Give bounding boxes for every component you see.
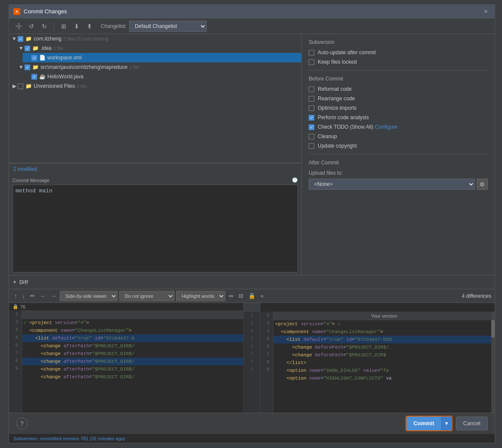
tree-label-unversioned: Unversioned Files [34,83,75,89]
tree-checkbox-src[interactable]: ✓ [25,65,30,70]
option-rearrange[interactable]: Rearrange code [309,96,488,102]
upload-settings-button[interactable]: ⚙ [477,179,488,190]
changelist-select[interactable]: Default Changelist [129,21,207,32]
diff-collapse-button[interactable]: ⊟ [237,292,245,300]
checkbox-rearrange[interactable] [309,96,314,102]
left-num-5: 5 [9,334,22,341]
highlight-select[interactable]: Highlight words Highlight lines [176,291,225,301]
checkbox-code-analysis[interactable]: ✓ [309,115,314,120]
toolbar: ➕ ↺ ↻ ⊞ ⬇ ⬆ Changelist: Default Changeli… [9,19,495,34]
diff-split-button[interactable]: ⇔ [227,292,235,300]
option-update-copyright[interactable]: Update copyright [309,143,488,149]
commit-dropdown-button[interactable]: ▾ [441,417,452,430]
diff-right-pane[interactable]: 2 3 4 5 6 7 8 9 Your version [260,303,495,413]
checkbox-keep-locked[interactable] [309,59,314,65]
refresh-button[interactable]: ↺ [26,21,37,31]
diff-up-button[interactable]: ↑ [12,292,19,300]
checkbox-optimize[interactable] [309,105,314,111]
option-check-todo[interactable]: ✓ Check TODO (Show All) Configure [309,124,488,130]
option-auto-update[interactable]: Auto-update after commit [309,49,488,56]
option-code-analysis[interactable]: ✓ Perform code analysis [309,114,488,120]
footer: ? Commit ▾ Cancel [9,413,495,433]
left-line-2: ✓ <project version="4"> [22,319,243,327]
sync-button[interactable]: ↻ [39,21,50,31]
diff-left-pane[interactable]: 🔒 76 2 3 4 5 6 7 8 9 [9,303,243,413]
checkbox-reformat[interactable] [309,87,314,92]
right-num-7: 7 [260,350,273,358]
left-line-7: <change afterPath="$PROJECT_DIR$/ [22,358,243,365]
changelist-label: Changelist: [101,23,127,29]
tree-toggle-unversioned[interactable]: ▶ [11,83,18,89]
group-button[interactable]: ⊞ [59,21,69,31]
status-bar: Subversion: committed revision 781 (32 m… [9,433,495,443]
tree-meta-idea: 1 file [53,46,63,51]
tree-checkbox-unversioned[interactable] [18,83,23,89]
viewer-select[interactable]: Side-by-side viewer Unified viewer [60,291,118,301]
file-tree: ▼ ✓ 📁 com.itzheng 2 files D:\com.itzheng… [9,34,301,163]
diff-more-button[interactable]: » [259,292,265,300]
expand-button[interactable]: ⬇ [71,21,82,31]
close-button[interactable]: × [481,7,490,16]
left-num-2: 2 [9,310,22,318]
tree-item-idea[interactable]: ▼ ✓ 📁 .idea 1 file [16,43,301,53]
diff-right-button[interactable]: → [49,292,58,300]
tree-meta-src: 1 file [129,65,139,70]
diff-edit-button[interactable]: ✏ [28,292,37,300]
configure-link[interactable]: Configure [375,124,397,130]
label-reformat: Reformat code [318,86,352,92]
tree-item-unversioned[interactable]: ▶ 📁 Unversioned Files 1 file [9,81,301,91]
tree-item-src[interactable]: ▼ ✓ 📁 src\main\java\com\itzheng\mapreduc… [16,62,301,72]
diff-lock-button[interactable]: 🔒 [247,292,257,300]
label-update-copyright: Update copyright [318,143,357,149]
upload-select[interactable]: <None> [309,179,475,190]
lock-line-row: 🔒 76 [9,303,243,310]
tree-toggle-root[interactable]: ▼ [11,36,18,42]
tree-checkbox-root[interactable]: ✓ [18,36,23,42]
left-line-8: <change afterPath="$PROJECT_DIR$/ [22,365,243,373]
option-keep-locked[interactable]: Keep files locked [309,59,488,65]
folder-icon-src: 📁 [32,64,39,71]
divider-2 [309,154,488,154]
diff-down-button[interactable]: ↓ [21,292,27,300]
commit-message-label: Commit Message 🕐 [12,177,298,183]
checkbox-cleanup[interactable] [309,134,314,139]
right-line-3: <component name="ChangeListManager"> [273,328,495,336]
diff-left-button[interactable]: ← [38,292,47,300]
clock-icon[interactable]: 🕐 [292,177,298,183]
option-reformat[interactable]: Reformat code [309,86,488,92]
commit-button[interactable]: Commit [406,417,441,430]
cancel-button[interactable]: Cancel [456,417,488,430]
left-code-area: ✓ <project version="4"> <component name=… [22,310,243,413]
checkbox-check-todo[interactable]: ✓ [309,124,314,130]
right-line-8: <option name="SHOW_DIALOG" value="fa [273,367,495,374]
folder-icon-unversioned: 📁 [25,83,32,90]
tree-item-workspace[interactable]: ▶ ✓ 📄 workspace.xml [23,53,301,62]
tree-checkbox-hello[interactable]: ✓ [31,74,37,80]
tree-checkbox-idea[interactable]: ✓ [25,46,30,51]
tree-item-root[interactable]: ▼ ✓ 📁 com.itzheng 2 files D:\com.itzheng [9,34,301,43]
tree-toggle-src[interactable]: ▼ [18,64,25,70]
left-num-4: 4 [9,326,22,334]
add-button[interactable]: ➕ [13,21,24,31]
collapse-button[interactable]: ⬆ [84,21,95,31]
left-num-7: 7 [9,349,22,357]
diff-toggle[interactable]: ▼ [12,280,17,284]
subversion-title: Subversion [309,39,488,45]
option-optimize[interactable]: Optimize imports [309,105,488,111]
right-num-2: 2 [260,312,273,319]
tree-item-hello[interactable]: ▶ ✓ ☕ HelloWorld.java [23,72,301,81]
diff-toolbar: ↑ ↓ ✏ ← → Side-by-side viewer Unified vi… [9,289,495,303]
right-scrollbar[interactable] [491,312,495,413]
commit-message-input[interactable]: method main [12,185,298,272]
label-cleanup: Cleanup [318,133,337,139]
option-cleanup[interactable]: Cleanup [309,133,488,139]
right-code-area: Your version <project version="4"> ✓ <co… [273,312,495,413]
checkbox-auto-update[interactable] [309,50,314,56]
tree-toggle-idea[interactable]: ▼ [18,45,25,51]
right-num-3: 3 [260,319,273,327]
help-button[interactable]: ? [16,417,28,429]
ignore-select[interactable]: Do not ignore Ignore whitespace [119,291,174,301]
checkbox-update-copyright[interactable] [309,143,314,149]
tree-checkbox-workspace[interactable]: ✓ [31,55,37,61]
right-num-5: 5 [260,335,273,343]
